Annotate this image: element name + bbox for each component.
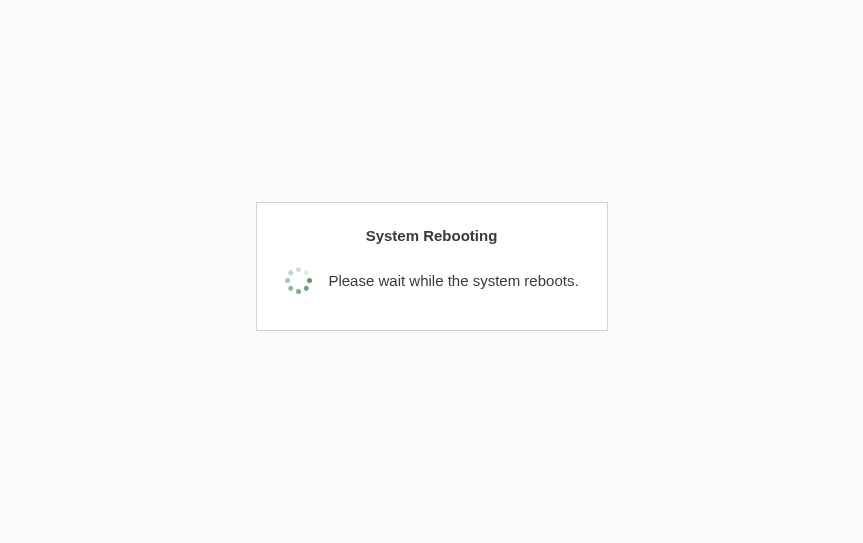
- dialog-body: Please wait while the system reboots.: [284, 266, 578, 294]
- dialog-title: System Rebooting: [366, 227, 498, 244]
- loading-spinner-icon: [284, 266, 312, 294]
- reboot-dialog: System Rebooting Please wait while the s…: [256, 202, 608, 331]
- dialog-message: Please wait while the system reboots.: [328, 272, 578, 289]
